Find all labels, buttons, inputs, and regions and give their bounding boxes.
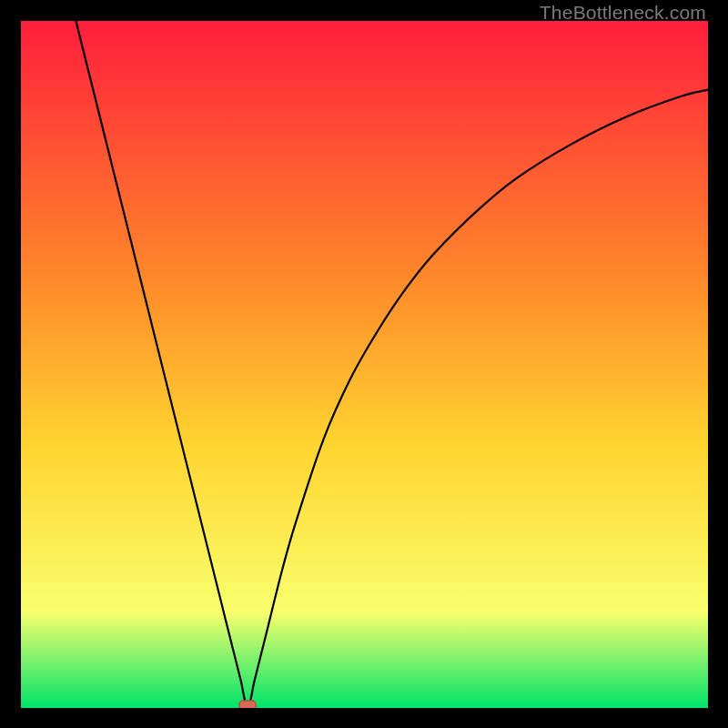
bottleneck-plot: [21, 21, 708, 708]
gradient-background: [21, 21, 708, 708]
optimal-point-marker: [239, 701, 256, 708]
watermark-text: TheBottleneck.com: [540, 2, 706, 24]
chart-frame: [21, 21, 708, 708]
